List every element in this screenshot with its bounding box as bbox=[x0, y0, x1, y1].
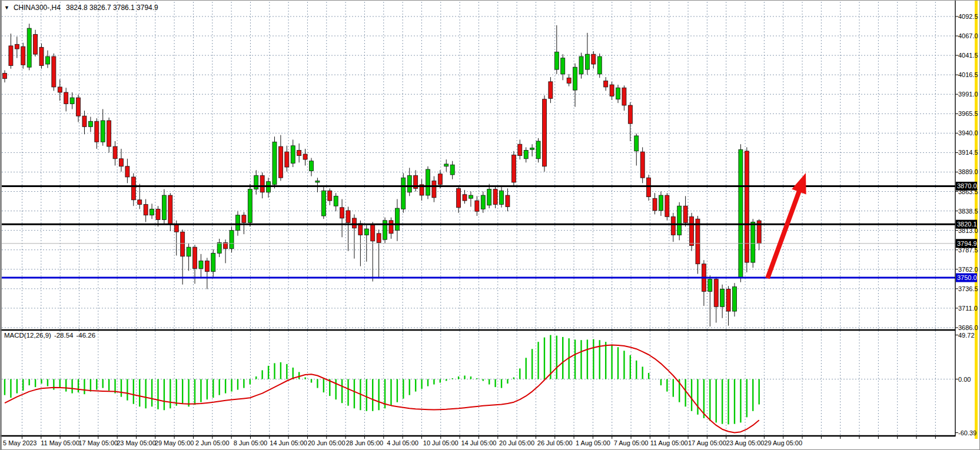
candle-body bbox=[291, 146, 295, 164]
candle-body bbox=[438, 174, 442, 185]
candle-body bbox=[58, 87, 62, 92]
time-axis-label: 8 Jun 05:00 bbox=[234, 439, 268, 446]
candle-body bbox=[187, 247, 191, 256]
candle-body bbox=[677, 206, 682, 235]
price-tag-value: 3750.0 bbox=[957, 274, 977, 281]
candle-body bbox=[573, 67, 577, 90]
price-tag-value: 3870.0 bbox=[957, 182, 977, 189]
candle-body bbox=[554, 52, 559, 69]
candle-body bbox=[720, 289, 725, 306]
candle-body bbox=[579, 56, 583, 74]
time-axis-label: 28 Jun 05:00 bbox=[346, 439, 384, 446]
candle-body bbox=[211, 254, 215, 272]
time-axis-label: 1 Aug 05:00 bbox=[576, 439, 610, 446]
candle-body bbox=[665, 195, 669, 216]
candle-body bbox=[77, 98, 81, 116]
macd-signal-line bbox=[5, 345, 759, 432]
trend-arrow-annotation[interactable] bbox=[768, 173, 806, 278]
candle-body bbox=[426, 169, 430, 195]
candle-body bbox=[321, 191, 325, 216]
time-axis-label: 5 May 2023 bbox=[3, 439, 36, 446]
time-axis: 5 May 202311 May 05:0017 May 05:0023 May… bbox=[3, 436, 935, 446]
candle-body bbox=[107, 121, 111, 146]
price-tag-value: 3820.1 bbox=[957, 221, 977, 228]
candle-body bbox=[377, 234, 381, 243]
candle-body bbox=[683, 206, 687, 223]
candle-body bbox=[457, 188, 461, 207]
candle-body bbox=[260, 175, 264, 192]
candle-body bbox=[15, 44, 19, 49]
candle-body bbox=[739, 149, 743, 278]
time-axis-label: 26 Jul 05:00 bbox=[537, 439, 573, 446]
candle-body bbox=[95, 121, 99, 142]
candle-body bbox=[653, 198, 657, 211]
candle-body bbox=[634, 136, 639, 151]
candle-body bbox=[364, 229, 368, 235]
candle-body bbox=[9, 46, 13, 66]
candle-body bbox=[131, 177, 135, 200]
candle-body bbox=[27, 28, 31, 67]
time-axis-label: 14 Jun 05:00 bbox=[270, 439, 307, 446]
time-axis-label: 4 Jul 05:00 bbox=[387, 439, 418, 446]
candle-body bbox=[506, 195, 510, 206]
candle-body bbox=[696, 219, 700, 264]
candle-body bbox=[278, 146, 283, 178]
candle-body bbox=[610, 85, 614, 96]
price-axis-label: 3736.5 bbox=[958, 285, 978, 292]
candle-body bbox=[530, 148, 534, 150]
price-axis-label: 3965.5 bbox=[958, 110, 978, 117]
candle-body bbox=[659, 195, 663, 211]
candle-body bbox=[475, 201, 479, 211]
candle-body bbox=[3, 74, 7, 79]
candle-body bbox=[315, 181, 320, 182]
candle-body bbox=[493, 189, 497, 205]
candle-body bbox=[162, 195, 166, 219]
price-axis-label: 3940.0 bbox=[958, 129, 978, 136]
time-axis-label: 23 May 05:00 bbox=[117, 439, 156, 446]
macd-histogram-layer bbox=[5, 335, 759, 425]
candles-layer bbox=[3, 24, 762, 326]
macd-signal-value: -46.26 bbox=[77, 332, 96, 339]
candle-body bbox=[536, 141, 540, 159]
candle-body bbox=[640, 152, 645, 178]
candle-body bbox=[144, 205, 148, 215]
candle-body bbox=[604, 81, 608, 87]
price-axis-label: 3889.0 bbox=[958, 168, 978, 175]
candle-body bbox=[585, 54, 589, 69]
price-axis-label: 3991.0 bbox=[958, 91, 978, 98]
candle-body bbox=[101, 121, 105, 142]
ohlc-values: 3824.8 3826.7 3786.1 3794.9 bbox=[66, 4, 158, 12]
candle-body bbox=[334, 196, 338, 206]
candle-body bbox=[450, 165, 454, 175]
time-axis-label: 20 Jul 05:00 bbox=[499, 439, 534, 446]
symbol-dropdown-icon[interactable]: ▼ bbox=[4, 5, 9, 11]
candle-body bbox=[82, 116, 87, 126]
candle-body bbox=[469, 195, 473, 198]
price-axis-label: 3838.5 bbox=[958, 208, 978, 215]
candle-body bbox=[303, 154, 307, 159]
time-axis-label: 29 May 05:00 bbox=[155, 439, 194, 446]
price-axis-label: 3914.5 bbox=[958, 149, 978, 156]
candle-body bbox=[230, 231, 234, 249]
price-axis-label: 4016.5 bbox=[958, 71, 978, 78]
time-axis-label: 17 Aug 05:00 bbox=[688, 439, 726, 446]
candle-body bbox=[70, 98, 74, 104]
candle-body bbox=[34, 34, 38, 54]
candle-body bbox=[242, 215, 246, 223]
candle-body bbox=[395, 208, 399, 231]
candle-body bbox=[714, 279, 718, 307]
price-axis-label: 3686.0 bbox=[958, 324, 978, 331]
candle-body bbox=[285, 152, 289, 167]
candle-body bbox=[88, 121, 92, 126]
price-axis-label: 4041.5 bbox=[958, 52, 978, 59]
candle-body bbox=[371, 225, 375, 241]
time-axis-label: 29 Aug 05:00 bbox=[764, 439, 802, 446]
candle-body bbox=[21, 46, 25, 65]
candle-body bbox=[358, 224, 363, 235]
macd-main-value: -28.54 bbox=[54, 332, 74, 339]
candle-body bbox=[254, 175, 258, 189]
candle-body bbox=[726, 289, 730, 311]
candle-body bbox=[273, 142, 277, 185]
macd-axis-label: -60.39 bbox=[958, 429, 976, 436]
candle-body bbox=[352, 218, 356, 228]
